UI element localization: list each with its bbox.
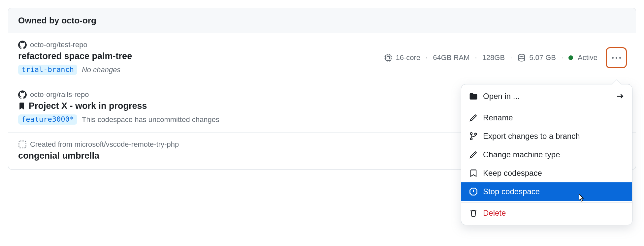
created-from-text: Created from microsoft/vscode-remote-try… — [30, 140, 179, 149]
panel-header: Owned by octo-org — [8, 8, 636, 33]
github-icon — [18, 41, 27, 49]
codespace-actions-menu: Open in ... Rename Export changes to a b… — [461, 84, 632, 225]
svg-rect-5 — [19, 141, 26, 148]
menu-separator — [461, 202, 632, 202]
svg-rect-1 — [387, 56, 389, 59]
trash-icon — [469, 209, 478, 217]
codespace-name[interactable]: refactored space palm-tree — [18, 51, 132, 61]
svg-rect-0 — [385, 55, 391, 60]
menu-item-export[interactable]: Export changes to a branch — [461, 127, 632, 145]
template-icon — [18, 140, 27, 149]
github-icon — [18, 90, 27, 99]
arrow-right-icon — [616, 92, 624, 100]
menu-item-open-in[interactable]: Open in ... — [461, 87, 632, 106]
changes-text: This codespace has uncommitted changes — [82, 115, 219, 124]
repo-name[interactable]: octo-org/test-repo — [30, 41, 87, 49]
spec-line: 16-core 64GB RAM 128GB 5.07 GB Active — [384, 48, 626, 67]
menu-separator — [461, 107, 632, 107]
cursor-icon — [576, 193, 586, 203]
repo-name[interactable]: octo-org/rails-repo — [30, 90, 89, 99]
codespace-name[interactable]: Project X - work in progress — [18, 101, 219, 111]
stop-icon — [469, 187, 478, 196]
folder-icon — [469, 92, 478, 101]
bookmark-icon — [18, 103, 25, 110]
kebab-menu-button[interactable] — [607, 48, 626, 67]
pencil-icon — [469, 150, 478, 159]
git-branch-icon — [469, 132, 478, 140]
svg-point-9 — [470, 138, 472, 140]
pencil-icon — [469, 113, 478, 122]
status-text: Active — [578, 53, 597, 62]
svg-point-2 — [519, 54, 525, 56]
menu-item-keep[interactable]: Keep codespace — [461, 164, 632, 182]
bookmark-outline-icon — [469, 169, 478, 177]
svg-point-10 — [475, 133, 477, 135]
branch-chip[interactable]: feature3000* — [18, 114, 77, 125]
menu-item-rename[interactable]: Rename — [461, 108, 632, 127]
codespace-row: octo-org/test-repo refactored space palm… — [8, 33, 636, 83]
menu-item-delete[interactable]: Delete — [461, 204, 632, 222]
codespace-name[interactable]: congenial umbrella — [18, 151, 179, 161]
status-dot-icon — [568, 55, 573, 60]
repo-line: Created from microsoft/vscode-remote-try… — [18, 140, 179, 149]
branch-chip[interactable]: trial-branch — [18, 65, 77, 75]
codespaces-panel: Owned by octo-org octo-org/test-repo ref… — [8, 8, 636, 169]
menu-item-change-machine[interactable]: Change machine type — [461, 145, 632, 164]
svg-point-8 — [470, 133, 472, 135]
kebab-icon — [612, 57, 621, 59]
changes-text: No changes — [82, 66, 120, 74]
database-icon — [517, 53, 526, 62]
repo-line: octo-org/rails-repo — [18, 90, 219, 99]
repo-line: octo-org/test-repo — [18, 41, 132, 49]
menu-item-stop[interactable]: Stop codespace — [461, 182, 632, 201]
cpu-icon — [384, 53, 393, 62]
